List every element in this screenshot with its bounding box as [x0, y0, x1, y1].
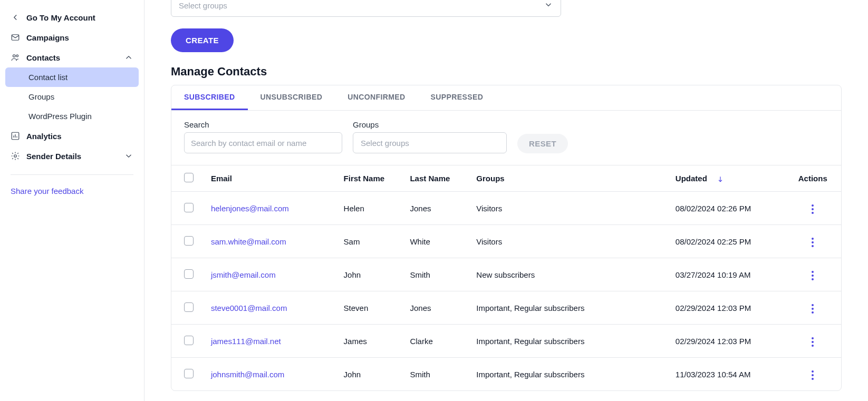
row-checkbox[interactable]: [184, 203, 194, 212]
last-name-cell: Jones: [403, 291, 470, 325]
col-last-name[interactable]: Last Name: [403, 165, 470, 192]
updated-cell: 03/27/2024 10:19 AM: [669, 258, 791, 291]
search-input[interactable]: [184, 132, 342, 153]
main-content: Select groups CREATE Manage Contacts SUB…: [144, 0, 868, 401]
select-all-checkbox[interactable]: [184, 173, 194, 182]
chevron-down-icon: [544, 0, 553, 11]
table-row: jsmith@email.comJohnSmithNew subscribers…: [171, 258, 841, 291]
row-actions-menu[interactable]: [808, 367, 817, 383]
email-link[interactable]: james111@mail.net: [211, 337, 281, 346]
col-first-name[interactable]: First Name: [337, 165, 404, 192]
row-checkbox[interactable]: [184, 269, 194, 279]
sidebar: Go To My Account Campaigns Contacts Cont…: [0, 0, 144, 401]
groups-cell: Visitors: [470, 192, 669, 225]
reset-button[interactable]: RESET: [517, 134, 568, 153]
arrow-left-icon: [11, 13, 20, 22]
create-groups-placeholder: Select groups: [179, 1, 227, 10]
contact-list-label: Contact list: [28, 73, 67, 82]
sidebar-item-wordpress-plugin[interactable]: WordPress Plugin: [5, 106, 139, 126]
svg-point-1: [13, 55, 16, 57]
tab-suppressed[interactable]: SUPPRESSED: [418, 85, 496, 110]
svg-rect-0: [12, 35, 19, 41]
email-link[interactable]: sam.white@mail.com: [211, 237, 286, 246]
tab-unsubscribed[interactable]: UNSUBSCRIBED: [248, 85, 335, 110]
people-icon: [11, 53, 20, 62]
create-groups-select[interactable]: Select groups: [171, 0, 561, 17]
sidebar-item-contact-list[interactable]: Contact list: [5, 67, 139, 87]
svg-point-2: [16, 55, 18, 57]
row-checkbox[interactable]: [184, 302, 194, 312]
first-name-cell: Steven: [337, 291, 404, 325]
sidebar-item-groups[interactable]: Groups: [5, 87, 139, 106]
row-checkbox[interactable]: [184, 236, 194, 246]
last-name-cell: Jones: [403, 192, 470, 225]
col-groups[interactable]: Groups: [470, 165, 669, 192]
last-name-cell: Smith: [403, 358, 470, 391]
row-actions-menu[interactable]: [808, 301, 817, 317]
row-checkbox[interactable]: [184, 336, 194, 345]
filters-row: Search Groups Select groups RESET: [171, 111, 841, 165]
groups-cell: Important, Regular subscribers: [470, 291, 669, 325]
last-name-cell: Smith: [403, 258, 470, 291]
sender-details-label: Sender Details: [26, 152, 81, 161]
email-link[interactable]: steve0001@mail.com: [211, 304, 287, 312]
last-name-cell: White: [403, 225, 470, 258]
first-name-cell: Sam: [337, 225, 404, 258]
share-feedback-link[interactable]: Share your feedback: [5, 183, 139, 195]
chevron-up-icon: [124, 53, 133, 62]
go-to-account-link[interactable]: Go To My Account: [5, 7, 139, 27]
sidebar-divider: [11, 174, 133, 175]
sidebar-item-contacts[interactable]: Contacts: [5, 47, 139, 67]
col-updated[interactable]: Updated: [669, 165, 791, 192]
groups-filter-placeholder: Select groups: [361, 139, 409, 148]
updated-cell: 08/02/2024 02:26 PM: [669, 192, 791, 225]
table-row: steve0001@mail.comStevenJonesImportant, …: [171, 291, 841, 325]
gear-icon: [11, 151, 20, 161]
row-actions-menu[interactable]: [808, 234, 817, 250]
groups-cell: New subscribers: [470, 258, 669, 291]
tab-subscribed[interactable]: SUBSCRIBED: [171, 85, 248, 110]
contacts-table: Email First Name Last Name Groups Update…: [171, 165, 841, 390]
groups-filter-select[interactable]: Select groups: [353, 132, 507, 153]
chevron-down-icon: [124, 151, 133, 161]
row-actions-menu[interactable]: [808, 268, 817, 283]
table-row: helenjones@mail.comHelenJonesVisitors08/…: [171, 192, 841, 225]
email-link[interactable]: johnsmith@mail.com: [211, 370, 284, 379]
table-row: sam.white@mail.comSamWhiteVisitors08/02/…: [171, 225, 841, 258]
create-button[interactable]: CREATE: [171, 28, 234, 52]
table-row: johnsmith@mail.comJohnSmithImportant, Re…: [171, 358, 841, 391]
manage-contacts-title: Manage Contacts: [171, 65, 842, 79]
email-link[interactable]: jsmith@email.com: [211, 270, 276, 279]
email-link[interactable]: helenjones@mail.com: [211, 204, 289, 213]
wordpress-plugin-label: WordPress Plugin: [28, 112, 92, 121]
sidebar-item-sender-details[interactable]: Sender Details: [5, 146, 139, 166]
groups-label: Groups: [28, 92, 54, 101]
sidebar-item-campaigns[interactable]: Campaigns: [5, 27, 139, 47]
tab-unconfirmed[interactable]: UNCONFIRMED: [335, 85, 418, 110]
contacts-card: SUBSCRIBED UNSUBSCRIBED UNCONFIRMED SUPP…: [171, 85, 842, 391]
first-name-cell: John: [337, 358, 404, 391]
first-name-cell: James: [337, 325, 404, 358]
tabs: SUBSCRIBED UNSUBSCRIBED UNCONFIRMED SUPP…: [171, 85, 841, 111]
col-updated-label: Updated: [676, 174, 707, 183]
go-to-account-label: Go To My Account: [26, 13, 95, 22]
first-name-cell: Helen: [337, 192, 404, 225]
chart-icon: [11, 131, 20, 141]
sidebar-item-analytics[interactable]: Analytics: [5, 126, 139, 146]
svg-point-4: [14, 155, 17, 158]
updated-cell: 02/29/2024 12:03 PM: [669, 291, 791, 325]
groups-filter-label: Groups: [353, 120, 507, 129]
groups-cell: Important, Regular subscribers: [470, 358, 669, 391]
arrow-down-icon: [717, 175, 724, 183]
row-checkbox[interactable]: [184, 369, 194, 378]
feedback-label: Share your feedback: [11, 187, 83, 195]
last-name-cell: Clarke: [403, 325, 470, 358]
first-name-cell: John: [337, 258, 404, 291]
updated-cell: 02/29/2024 12:03 PM: [669, 325, 791, 358]
col-email[interactable]: Email: [205, 165, 337, 192]
contacts-label: Contacts: [26, 53, 60, 62]
table-row: james111@mail.netJamesClarkeImportant, R…: [171, 325, 841, 358]
mail-icon: [11, 33, 20, 42]
row-actions-menu[interactable]: [808, 201, 817, 217]
row-actions-menu[interactable]: [808, 334, 817, 350]
